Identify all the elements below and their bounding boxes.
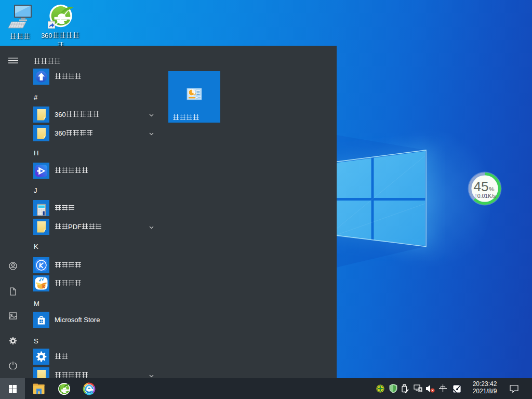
svg-text:%: % [489, 186, 494, 192]
svg-text:↑0.01K/s: ↑0.01K/s [474, 192, 496, 200]
svg-text:45: 45 [474, 179, 489, 194]
